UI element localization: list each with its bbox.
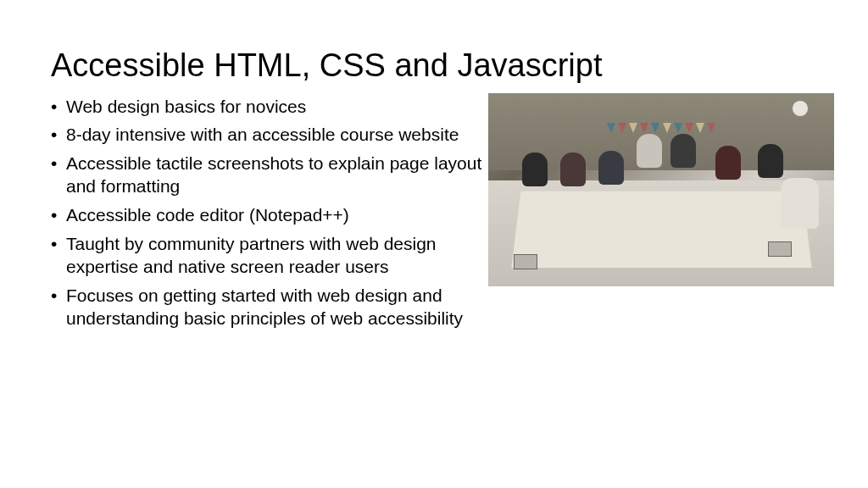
person-silhouette: [598, 151, 624, 185]
bullet-item: Accessible tactile screenshots to explai…: [51, 152, 509, 198]
bullet-item: 8-day intensive with an accessible cours…: [51, 124, 509, 147]
laptop-icon: [768, 241, 792, 257]
bullet-item: Focuses on getting started with web desi…: [51, 285, 509, 330]
laptop-icon: [514, 254, 537, 269]
bullet-list: Web design basics for novices 8-day inte…: [51, 96, 509, 330]
clock-icon: [792, 100, 809, 117]
bullet-item: Web design basics for novices: [51, 96, 509, 119]
bullet-item: Accessible code editor (Notepad++): [51, 204, 509, 227]
photo-content: [488, 93, 834, 286]
table-shape: [511, 191, 811, 268]
slide-title: Accessible HTML, CSS and Javascript: [51, 47, 817, 86]
person-silhouette: [670, 134, 696, 168]
person-silhouette: [715, 146, 741, 180]
person-silhouette: [522, 152, 548, 186]
person-silhouette: [758, 144, 783, 178]
person-silhouette: [781, 178, 819, 229]
person-silhouette: [637, 134, 662, 168]
bullet-item: Taught by community partners with web de…: [51, 233, 509, 279]
classroom-photo: [488, 93, 834, 286]
person-silhouette: [560, 152, 586, 186]
bunting-flags: [607, 123, 715, 140]
